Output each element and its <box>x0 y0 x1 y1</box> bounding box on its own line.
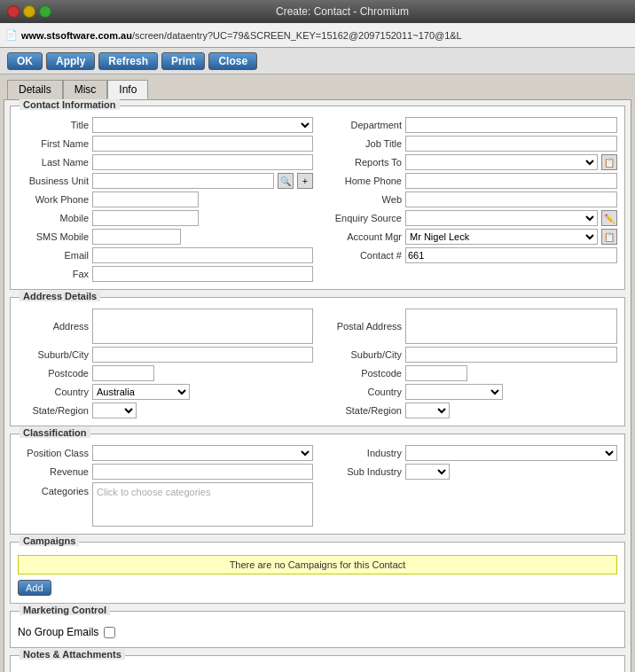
postal-country-row: Country <box>322 384 617 400</box>
postal-address-textarea[interactable] <box>405 309 617 344</box>
reports-to-icon[interactable]: 📋 <box>601 154 617 170</box>
no-group-emails-label: No Group Emails <box>18 626 98 638</box>
work-phone-label: Work Phone <box>18 194 89 205</box>
state-label: State/Region <box>18 405 89 416</box>
tab-details[interactable]: Details <box>7 80 63 99</box>
classification-grid: Position Class Revenue Categories Click … <box>18 441 617 527</box>
sub-industry-select[interactable] <box>405 464 450 480</box>
sms-mobile-input[interactable] <box>92 229 181 245</box>
reports-to-row: Reports To 📋 <box>322 154 617 170</box>
title-bar: Create: Contact - Chromium <box>0 0 635 23</box>
postal-suburb-label: Suburb/City <box>322 349 402 360</box>
maximize-btn[interactable] <box>39 5 51 18</box>
state-select[interactable] <box>92 402 137 418</box>
postal-country-select[interactable] <box>405 384 503 400</box>
address-bar: 📄 www.stsoftware.com.au/screen/dataentry… <box>0 23 635 48</box>
country-row: Country Australia <box>18 384 313 400</box>
postal-address-label: Postal Address <box>322 321 402 332</box>
business-unit-input[interactable] <box>92 173 274 189</box>
enquiry-source-edit-icon[interactable]: ✏️ <box>601 210 617 226</box>
marketing-control-title: Marketing Control <box>20 605 110 615</box>
classification-left: Position Class Revenue Categories Click … <box>18 445 313 527</box>
contact-hash-input[interactable]: 661 <box>405 247 617 263</box>
department-input[interactable] <box>405 117 617 133</box>
close-button[interactable]: Close <box>208 52 257 70</box>
industry-label: Industry <box>322 448 402 458</box>
right-col: Department Job Title Reports To 📋 Home P… <box>322 117 617 282</box>
postcode-input[interactable] <box>92 365 154 381</box>
campaigns-add-button[interactable]: Add <box>18 580 51 596</box>
marketing-control-section: Marketing Control No Group Emails <box>10 611 625 648</box>
account-mgr-select[interactable]: Mr Nigel Leck <box>405 229 598 245</box>
web-input[interactable] <box>405 191 617 207</box>
apply-button[interactable]: Apply <box>46 52 95 70</box>
postcode-row: Postcode <box>18 365 313 381</box>
address-details-section: Address Details Address Suburb/City Post… <box>10 297 625 426</box>
postal-suburb-input[interactable] <box>405 347 617 363</box>
title-row: Title MrMsMrsDr <box>18 117 313 133</box>
contact-hash-label: Contact # <box>322 250 402 261</box>
account-mgr-copy-icon[interactable]: 📋 <box>601 229 617 245</box>
last-name-input[interactable] <box>92 154 313 170</box>
industry-select[interactable] <box>405 445 617 461</box>
categories-field[interactable]: Click to choose categories <box>92 482 313 527</box>
window-controls[interactable] <box>7 5 51 18</box>
address-label: Address <box>18 321 89 332</box>
postcode-label: Postcode <box>18 368 89 379</box>
sub-industry-row: Sub Industry <box>322 464 617 480</box>
home-phone-row: Home Phone <box>322 173 617 189</box>
postal-postcode-input[interactable] <box>405 365 467 381</box>
first-name-label: First Name <box>18 138 89 149</box>
refresh-button[interactable]: Refresh <box>98 52 158 70</box>
close-window-btn[interactable] <box>7 5 20 18</box>
business-unit-row: Business Unit 🔍 + <box>18 173 313 189</box>
sms-mobile-label: SMS Mobile <box>18 231 89 242</box>
postal-state-select[interactable] <box>405 402 450 418</box>
reports-to-select[interactable] <box>405 154 598 170</box>
no-group-emails-row: No Group Emails <box>18 624 617 640</box>
title-select[interactable]: MrMsMrsDr <box>92 117 313 133</box>
country-select[interactable]: Australia <box>92 384 190 400</box>
country-label: Country <box>18 387 89 397</box>
print-button[interactable]: Print <box>161 52 205 70</box>
job-title-input[interactable] <box>405 136 617 152</box>
department-label: Department <box>322 120 402 130</box>
ok-button[interactable]: OK <box>7 52 43 70</box>
fax-input[interactable] <box>92 266 313 282</box>
email-row: Email <box>18 247 313 263</box>
mobile-label: Mobile <box>18 213 89 223</box>
job-title-row: Job Title <box>322 136 617 152</box>
enquiry-source-select[interactable] <box>405 210 598 226</box>
minimize-btn[interactable] <box>23 5 35 18</box>
revenue-input[interactable] <box>92 464 313 480</box>
first-name-row: First Name <box>18 136 313 152</box>
contact-info-title: Contact Information <box>20 99 120 110</box>
first-name-input[interactable] <box>92 136 313 152</box>
business-unit-search-icon[interactable]: 🔍 <box>278 173 294 189</box>
campaigns-section: Campaigns There are no Campaigns for thi… <box>10 542 625 604</box>
work-phone-row: Work Phone <box>18 191 313 207</box>
categories-row: Categories Click to choose categories <box>18 482 313 527</box>
work-phone-input[interactable] <box>92 191 199 207</box>
no-group-emails-checkbox[interactable] <box>104 627 115 638</box>
account-mgr-row: Account Mgr Mr Nigel Leck 📋 <box>322 229 617 245</box>
classification-right: Industry Sub Industry <box>322 445 617 527</box>
postal-suburb-row: Suburb/City <box>322 347 617 363</box>
home-phone-input[interactable] <box>405 173 617 189</box>
home-phone-label: Home Phone <box>322 176 402 186</box>
mobile-input[interactable] <box>92 210 199 226</box>
suburb-input[interactable] <box>92 347 313 363</box>
postal-postcode-row: Postcode <box>322 365 617 381</box>
email-input[interactable] <box>92 247 313 263</box>
fax-label: Fax <box>18 269 89 279</box>
job-title-label: Job Title <box>322 138 402 149</box>
tab-info[interactable]: Info <box>107 80 148 99</box>
web-label: Web <box>322 194 402 205</box>
state-row: State/Region <box>18 402 313 418</box>
business-unit-add-icon[interactable]: + <box>297 173 313 189</box>
tab-misc[interactable]: Misc <box>63 80 108 99</box>
address-textarea[interactable] <box>92 309 313 344</box>
position-class-select[interactable] <box>92 445 313 461</box>
industry-row: Industry <box>322 445 617 461</box>
position-class-row: Position Class <box>18 445 313 461</box>
